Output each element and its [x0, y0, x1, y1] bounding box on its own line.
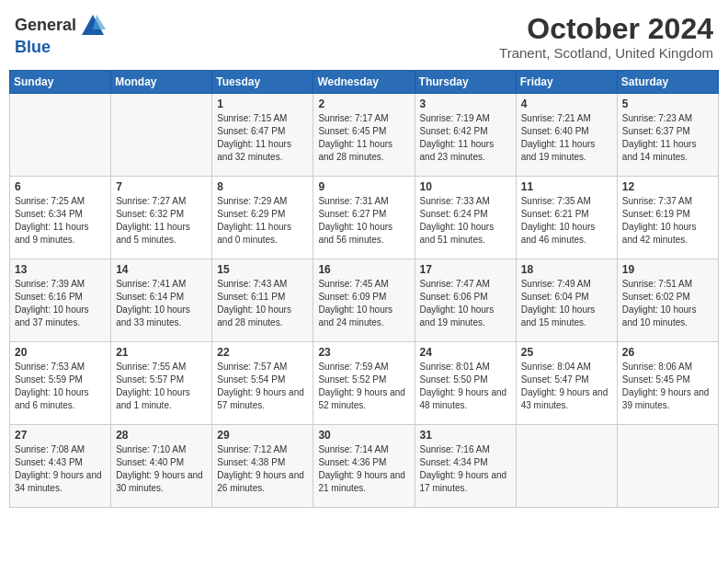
day-number: 13 [15, 263, 106, 276]
calendar-week-3: 13Sunrise: 7:39 AMSunset: 6:16 PMDayligh… [10, 259, 719, 342]
day-info: Sunrise: 7:31 AMSunset: 6:27 PMDaylight:… [318, 195, 409, 247]
calendar-cell [111, 94, 212, 177]
day-info: Sunrise: 7:53 AMSunset: 5:59 PMDaylight:… [15, 361, 106, 412]
day-info: Sunrise: 7:12 AMSunset: 4:38 PMDaylight:… [217, 443, 308, 495]
day-number: 11 [521, 180, 612, 193]
day-number: 2 [318, 98, 409, 110]
calendar-cell: 19Sunrise: 7:51 AMSunset: 6:02 PMDayligh… [617, 259, 718, 342]
day-header-saturday: Saturday [617, 71, 718, 94]
day-number: 23 [318, 346, 409, 359]
logo-blue-text: Blue [15, 38, 51, 56]
calendar-week-1: 1Sunrise: 7:15 AMSunset: 6:47 PMDaylight… [10, 94, 719, 177]
day-number: 9 [318, 180, 409, 193]
day-header-monday: Monday [111, 71, 212, 94]
calendar-cell: 31Sunrise: 7:16 AMSunset: 4:34 PMDayligh… [415, 425, 516, 508]
calendar-cell: 28Sunrise: 7:10 AMSunset: 4:40 PMDayligh… [111, 425, 212, 508]
calendar-cell: 11Sunrise: 7:35 AMSunset: 6:21 PMDayligh… [516, 177, 617, 259]
day-info: Sunrise: 7:59 AMSunset: 5:52 PMDaylight:… [318, 361, 409, 412]
day-number: 30 [318, 429, 409, 442]
day-info: Sunrise: 7:35 AMSunset: 6:21 PMDaylight:… [521, 195, 612, 247]
calendar-cell: 9Sunrise: 7:31 AMSunset: 6:27 PMDaylight… [313, 177, 415, 259]
day-header-thursday: Thursday [415, 71, 516, 94]
day-info: Sunrise: 7:08 AMSunset: 4:43 PMDaylight:… [15, 443, 106, 495]
logo: General Blue [15, 13, 106, 57]
day-info: Sunrise: 7:21 AMSunset: 6:40 PMDaylight:… [521, 112, 612, 164]
day-number: 17 [420, 263, 511, 276]
day-info: Sunrise: 7:10 AMSunset: 4:40 PMDaylight:… [116, 443, 207, 495]
logo-general-text: General [15, 17, 76, 35]
calendar-cell: 1Sunrise: 7:15 AMSunset: 6:47 PMDaylight… [212, 94, 313, 177]
calendar-cell: 17Sunrise: 7:47 AMSunset: 6:06 PMDayligh… [415, 259, 516, 342]
day-info: Sunrise: 7:47 AMSunset: 6:06 PMDaylight:… [420, 278, 511, 329]
day-number: 29 [217, 429, 308, 442]
day-info: Sunrise: 7:17 AMSunset: 6:45 PMDaylight:… [318, 112, 409, 164]
day-number: 8 [217, 180, 308, 193]
calendar-cell: 16Sunrise: 7:45 AMSunset: 6:09 PMDayligh… [313, 259, 415, 342]
day-info: Sunrise: 7:15 AMSunset: 6:47 PMDaylight:… [217, 112, 308, 164]
calendar-cell: 18Sunrise: 7:49 AMSunset: 6:04 PMDayligh… [516, 259, 617, 342]
day-number: 6 [15, 180, 106, 193]
logo-icon [80, 13, 106, 39]
day-number: 16 [318, 263, 409, 276]
calendar-table: SundayMondayTuesdayWednesdayThursdayFrid… [9, 70, 719, 508]
day-info: Sunrise: 7:39 AMSunset: 6:16 PMDaylight:… [15, 278, 106, 329]
calendar-cell [617, 425, 718, 508]
title-area: October 2024 Tranent, Scotland, United K… [499, 13, 713, 61]
calendar-cell: 21Sunrise: 7:55 AMSunset: 5:57 PMDayligh… [111, 342, 212, 425]
day-number: 22 [217, 346, 308, 359]
calendar-cell: 14Sunrise: 7:41 AMSunset: 6:14 PMDayligh… [111, 259, 212, 342]
day-number: 15 [217, 263, 308, 276]
day-info: Sunrise: 7:55 AMSunset: 5:57 PMDaylight:… [116, 361, 207, 412]
calendar-cell: 24Sunrise: 8:01 AMSunset: 5:50 PMDayligh… [415, 342, 516, 425]
day-header-wednesday: Wednesday [313, 71, 415, 94]
day-info: Sunrise: 7:14 AMSunset: 4:36 PMDaylight:… [318, 443, 409, 495]
calendar-cell [10, 94, 111, 177]
day-number: 28 [116, 429, 207, 442]
calendar-cell [516, 425, 617, 508]
day-info: Sunrise: 8:04 AMSunset: 5:47 PMDaylight:… [521, 361, 612, 412]
day-number: 21 [116, 346, 207, 359]
day-header-tuesday: Tuesday [212, 71, 313, 94]
calendar-cell: 2Sunrise: 7:17 AMSunset: 6:45 PMDaylight… [313, 94, 415, 177]
day-number: 10 [420, 180, 511, 193]
day-info: Sunrise: 7:41 AMSunset: 6:14 PMDaylight:… [116, 278, 207, 329]
calendar-cell: 25Sunrise: 8:04 AMSunset: 5:47 PMDayligh… [516, 342, 617, 425]
day-info: Sunrise: 7:27 AMSunset: 6:32 PMDaylight:… [116, 195, 207, 247]
calendar-cell: 7Sunrise: 7:27 AMSunset: 6:32 PMDaylight… [111, 177, 212, 259]
day-header-sunday: Sunday [10, 71, 111, 94]
calendar-header-row: SundayMondayTuesdayWednesdayThursdayFrid… [10, 71, 719, 94]
calendar-cell: 5Sunrise: 7:23 AMSunset: 6:37 PMDaylight… [617, 94, 718, 177]
day-info: Sunrise: 8:01 AMSunset: 5:50 PMDaylight:… [420, 361, 511, 412]
day-header-friday: Friday [516, 71, 617, 94]
calendar-cell: 15Sunrise: 7:43 AMSunset: 6:11 PMDayligh… [212, 259, 313, 342]
calendar-cell: 4Sunrise: 7:21 AMSunset: 6:40 PMDaylight… [516, 94, 617, 177]
day-info: Sunrise: 7:49 AMSunset: 6:04 PMDaylight:… [521, 278, 612, 329]
day-info: Sunrise: 7:45 AMSunset: 6:09 PMDaylight:… [318, 278, 409, 329]
calendar-week-2: 6Sunrise: 7:25 AMSunset: 6:34 PMDaylight… [10, 177, 719, 259]
calendar-cell: 20Sunrise: 7:53 AMSunset: 5:59 PMDayligh… [10, 342, 111, 425]
calendar-cell: 3Sunrise: 7:19 AMSunset: 6:42 PMDaylight… [415, 94, 516, 177]
calendar-week-4: 20Sunrise: 7:53 AMSunset: 5:59 PMDayligh… [10, 342, 719, 425]
day-info: Sunrise: 7:37 AMSunset: 6:19 PMDaylight:… [622, 195, 713, 247]
day-info: Sunrise: 7:16 AMSunset: 4:34 PMDaylight:… [420, 443, 511, 495]
month-title: October 2024 [499, 13, 713, 45]
page-header: General Blue October 2024 Tranent, Scotl… [9, 9, 719, 64]
day-info: Sunrise: 7:33 AMSunset: 6:24 PMDaylight:… [420, 195, 511, 247]
day-number: 19 [622, 263, 713, 276]
calendar-cell: 22Sunrise: 7:57 AMSunset: 5:54 PMDayligh… [212, 342, 313, 425]
day-number: 14 [116, 263, 207, 276]
day-number: 12 [622, 180, 713, 193]
calendar-cell: 6Sunrise: 7:25 AMSunset: 6:34 PMDaylight… [10, 177, 111, 259]
calendar-cell: 23Sunrise: 7:59 AMSunset: 5:52 PMDayligh… [313, 342, 415, 425]
calendar-week-5: 27Sunrise: 7:08 AMSunset: 4:43 PMDayligh… [10, 425, 719, 508]
day-info: Sunrise: 8:06 AMSunset: 5:45 PMDaylight:… [622, 361, 713, 412]
day-info: Sunrise: 7:23 AMSunset: 6:37 PMDaylight:… [622, 112, 713, 164]
day-info: Sunrise: 7:25 AMSunset: 6:34 PMDaylight:… [15, 195, 106, 247]
calendar-cell: 13Sunrise: 7:39 AMSunset: 6:16 PMDayligh… [10, 259, 111, 342]
day-number: 27 [15, 429, 106, 442]
day-number: 31 [420, 429, 511, 442]
day-number: 1 [217, 98, 308, 110]
day-number: 4 [521, 98, 612, 110]
day-number: 25 [521, 346, 612, 359]
day-number: 5 [622, 98, 713, 110]
